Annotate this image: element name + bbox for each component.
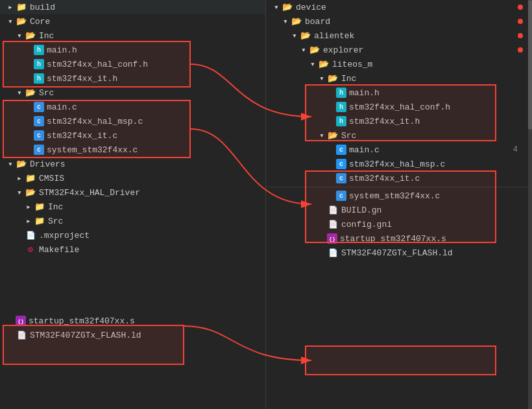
explorer-folder[interactable]: explorer <box>266 43 532 57</box>
right-startup-s[interactable]: startup_stm32f407xx.s <box>266 231 532 246</box>
inc2-folder[interactable]: Inc <box>0 200 265 214</box>
drivers-folder[interactable]: Drivers <box>0 157 265 171</box>
build-folder[interactable]: build <box>0 0 265 14</box>
item-label: Src <box>341 131 356 141</box>
item-label: Src <box>48 216 63 226</box>
h-file-icon <box>336 116 346 126</box>
src2-folder[interactable]: 📁 Src <box>0 214 265 228</box>
h-file-icon <box>34 73 44 84</box>
item-label: .mxproject <box>39 231 90 240</box>
explorer-dot <box>518 47 523 53</box>
c-file-icon <box>34 145 44 155</box>
it-h-file[interactable]: stm32f4xx_it.h <box>0 71 265 86</box>
main-c-file[interactable]: main.c <box>0 100 265 114</box>
chevron-icon <box>280 16 291 27</box>
file-icon <box>327 248 339 258</box>
right-main-c[interactable]: main.c 4 <box>266 143 532 157</box>
item-label: Inc <box>48 202 63 212</box>
item-label: stm32f4xx_it.c <box>47 131 117 141</box>
spacer <box>5 330 16 340</box>
scrollbar[interactable] <box>528 0 532 409</box>
hal-driver-folder[interactable]: STM32F4xx_HAL_Driver <box>0 185 265 200</box>
spacer <box>317 233 327 244</box>
cmsis-folder[interactable]: CMSIS <box>0 171 265 185</box>
chevron-icon <box>308 59 318 69</box>
item-label: config.gni <box>341 220 392 229</box>
item-label: STM32F407ZGTx_FLASH.ld <box>341 248 453 258</box>
chevron-icon <box>23 216 34 226</box>
folder-icon <box>318 59 330 69</box>
right-main-h[interactable]: main.h <box>266 86 532 100</box>
spacer <box>317 205 327 215</box>
right-flash-ld[interactable]: STM32F407ZGTx_FLASH.ld <box>266 246 532 260</box>
folder-icon <box>25 30 36 41</box>
flash-ld-file[interactable]: STM32F407ZGTx_FLASH.ld <box>0 328 265 342</box>
alientek-folder[interactable]: alientek <box>266 29 532 43</box>
makefile-file[interactable]: Makefile <box>0 242 265 257</box>
item-label: STM32F407ZGTx_FLASH.ld <box>30 331 141 340</box>
item-label: Inc <box>39 31 54 41</box>
right-hal-msp-c[interactable]: stm32f4xx_hal_msp.c <box>266 157 532 171</box>
c-file-icon <box>336 159 346 169</box>
spacer <box>317 248 327 258</box>
item-label: stm32f4xx_hal_msp.c <box>349 159 445 169</box>
item-label: CMSIS <box>39 174 64 183</box>
file-icon <box>327 219 339 229</box>
divider <box>266 187 532 187</box>
item-label: startup_stm32f407xx.s <box>340 234 446 244</box>
item-label: build <box>30 3 55 12</box>
chevron-icon <box>289 30 300 41</box>
it-c-file[interactable]: stm32f4xx_it.c <box>0 128 265 143</box>
build-gn-file[interactable]: BUILD.gn <box>266 203 532 217</box>
item-label: stm32f4xx_it.h <box>349 117 420 126</box>
h-file-icon <box>34 45 44 55</box>
chevron-icon <box>317 73 327 84</box>
c-file-icon <box>336 191 346 201</box>
s-file-icon <box>16 316 26 326</box>
right-file-tree: device board alientek explorer liteos_m … <box>266 0 532 409</box>
item-label: Inc <box>341 74 356 84</box>
spacer <box>14 230 25 240</box>
system-c-file[interactable]: system_stm32f4xx.c <box>0 143 265 157</box>
inc-folder[interactable]: Inc <box>0 29 265 43</box>
main-h-file[interactable]: main.h <box>0 43 265 57</box>
item-label: Makefile <box>39 245 79 255</box>
mxproject-file[interactable]: .mxproject <box>0 228 265 242</box>
folder-icon <box>16 16 27 27</box>
h-file-icon <box>336 88 346 98</box>
right-hal-conf-h[interactable]: stm32f4xx_hal_conf.h <box>266 100 532 114</box>
item-label: alientek <box>314 31 354 41</box>
spacer <box>5 316 16 326</box>
item-label: main.h <box>349 88 380 98</box>
startup-s-file[interactable]: startup_stm32f407xx.s <box>0 314 265 328</box>
right-inc-folder[interactable]: Inc <box>266 71 532 86</box>
right-it-h[interactable]: stm32f4xx_it.h <box>266 114 532 128</box>
right-it-c[interactable]: stm32f4xx_it.c <box>266 171 532 185</box>
hal-conf-h-file[interactable]: stm32f4xx_hal_conf.h <box>0 57 265 71</box>
right-src-folder[interactable]: Src <box>266 128 532 143</box>
item-label: stm32f4xx_hal_conf.h <box>349 102 450 112</box>
config-gni-file[interactable]: config.gni <box>266 217 532 231</box>
item-label: main.h <box>47 45 77 55</box>
item-label: Core <box>30 17 50 27</box>
c-file-icon <box>336 145 346 155</box>
chevron-icon <box>5 2 16 12</box>
s-file-icon <box>327 233 337 244</box>
folder-icon <box>25 173 36 183</box>
c-file-icon <box>34 116 44 126</box>
spacer <box>23 59 34 69</box>
right-bottom-red-box <box>305 345 496 375</box>
src-folder[interactable]: Src <box>0 86 265 100</box>
device-folder[interactable]: device <box>266 0 532 14</box>
liteos-m-folder[interactable]: liteos_m <box>266 57 532 71</box>
board-dot <box>518 19 523 24</box>
spacer <box>23 116 34 126</box>
folder-icon <box>282 2 293 12</box>
c-file-icon <box>336 173 346 183</box>
item-label: system_stm32f4xx.c <box>47 145 138 155</box>
board-folder[interactable]: board <box>266 14 532 29</box>
right-system-c[interactable]: system_stm32f4xx.c <box>266 189 532 203</box>
item-label: board <box>305 17 330 27</box>
hal-msp-c-file[interactable]: stm32f4xx_hal_msp.c <box>0 114 265 128</box>
core-folder[interactable]: Core <box>0 14 265 29</box>
